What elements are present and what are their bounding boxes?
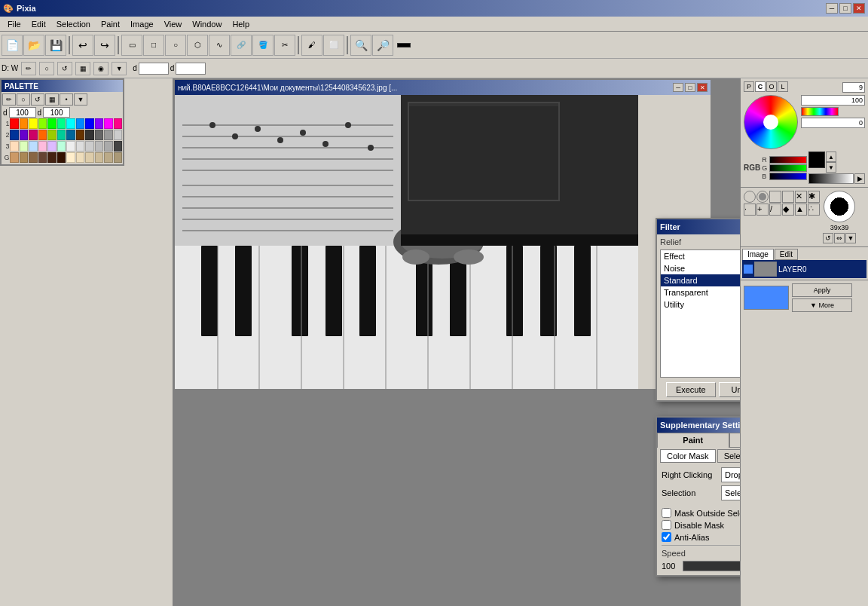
swatch-color-box[interactable] bbox=[744, 286, 789, 310]
pal-color[interactable] bbox=[47, 118, 56, 129]
green-bar[interactable] bbox=[769, 164, 807, 172]
pal-color[interactable] bbox=[38, 130, 47, 140]
toolbar2-brush3[interactable]: ↺ bbox=[57, 62, 72, 75]
image-minimize-button[interactable]: ─ bbox=[673, 83, 683, 92]
menu-window[interactable]: Window bbox=[188, 19, 226, 29]
pal-circle-btn[interactable]: ○ bbox=[17, 93, 30, 106]
pal-color[interactable] bbox=[114, 152, 122, 163]
pal-color[interactable] bbox=[57, 141, 66, 152]
color-down-arrow[interactable]: ▼ bbox=[826, 162, 836, 173]
blue-bar[interactable] bbox=[769, 173, 807, 180]
color-value-1[interactable] bbox=[842, 82, 865, 93]
pal-color[interactable] bbox=[20, 130, 28, 140]
color-value-3[interactable] bbox=[801, 118, 865, 128]
menu-edit[interactable]: Edit bbox=[27, 19, 50, 29]
close-button[interactable]: ✕ bbox=[853, 3, 865, 14]
filter-item-transparent[interactable]: Transparent bbox=[661, 286, 740, 298]
swatch-apply-btn[interactable]: Apply bbox=[792, 283, 852, 297]
filter-item-noise[interactable]: Noise bbox=[661, 262, 740, 274]
hue-slider[interactable] bbox=[801, 107, 839, 116]
pal-color[interactable] bbox=[29, 152, 37, 163]
brush-scatter[interactable]: ∴ bbox=[808, 204, 820, 216]
brush-more-btn[interactable]: ▼ bbox=[845, 233, 856, 243]
pal-color[interactable] bbox=[104, 118, 112, 129]
redo-button[interactable]: ↪ bbox=[94, 35, 115, 56]
color-tab-o[interactable]: O bbox=[766, 81, 777, 92]
swatch-more-btn[interactable]: ▼ More bbox=[792, 298, 852, 312]
pal-color[interactable] bbox=[47, 130, 56, 140]
pal-color[interactable] bbox=[57, 118, 66, 129]
image-maximize-button[interactable]: □ bbox=[685, 83, 695, 92]
color-wheel[interactable] bbox=[744, 95, 798, 149]
pal-color[interactable] bbox=[57, 152, 66, 163]
pal-color[interactable] bbox=[76, 118, 84, 129]
pal-pencil-btn[interactable]: ✏ bbox=[2, 93, 16, 106]
image-close-button[interactable]: ✕ bbox=[697, 83, 708, 92]
pal-color[interactable] bbox=[38, 141, 47, 152]
pal-arrow-btn[interactable]: ▼ bbox=[74, 93, 87, 106]
menu-selection[interactable]: Selection bbox=[52, 19, 95, 29]
minimize-button[interactable]: ─ bbox=[826, 3, 838, 14]
pal-color[interactable] bbox=[76, 141, 84, 152]
maximize-button[interactable]: □ bbox=[839, 3, 851, 14]
brush-line[interactable]: / bbox=[769, 204, 781, 216]
selection-select[interactable]: Selection Lasso Rectangle bbox=[721, 485, 740, 500]
toolbar2-brush5[interactable]: ◉ bbox=[93, 62, 108, 75]
filter-item-standard[interactable]: Standard bbox=[661, 274, 740, 286]
brush-rotate-btn[interactable]: ↺ bbox=[823, 233, 833, 243]
pal-color[interactable] bbox=[66, 130, 75, 140]
menu-paint[interactable]: Paint bbox=[96, 19, 124, 29]
fill-button[interactable]: 🪣 bbox=[252, 35, 274, 56]
brush-flip-btn[interactable]: ⇔ bbox=[834, 233, 845, 243]
pal-dot-btn[interactable]: • bbox=[60, 93, 73, 106]
paint-bucket-button[interactable]: 🖌 bbox=[301, 35, 322, 56]
polygon-select-button[interactable]: ⬡ bbox=[187, 35, 208, 56]
supp-sub-tab-selection-history[interactable]: Selection History bbox=[717, 449, 740, 463]
pal-color[interactable] bbox=[10, 130, 18, 140]
color-tab-p[interactable]: P bbox=[744, 81, 754, 92]
brush-star[interactable]: ✱ bbox=[808, 191, 820, 203]
brush-square[interactable] bbox=[769, 191, 781, 203]
pal-color[interactable] bbox=[10, 118, 18, 129]
pal-color[interactable] bbox=[85, 118, 93, 129]
pal-color[interactable] bbox=[10, 152, 18, 163]
pal-color[interactable] bbox=[66, 141, 75, 152]
menu-help[interactable]: Help bbox=[228, 19, 254, 29]
red-bar[interactable] bbox=[769, 156, 807, 164]
menu-image[interactable]: Image bbox=[126, 19, 158, 29]
layer-item-0[interactable]: LAYER0 bbox=[742, 260, 866, 278]
pal-color[interactable] bbox=[29, 130, 37, 140]
color-tab-l[interactable]: L bbox=[778, 81, 788, 92]
zoom-out-button[interactable]: 🔎 bbox=[372, 35, 393, 56]
layer-tab-image[interactable]: Image bbox=[742, 249, 774, 260]
pal-color[interactable] bbox=[38, 118, 47, 129]
pal-color[interactable] bbox=[95, 152, 103, 163]
zoom-input-2[interactable]: 100 bbox=[176, 63, 206, 75]
brush-diamond[interactable]: ◆ bbox=[782, 204, 794, 216]
filter-left-list[interactable]: Effect Noise Standard Transparent Utilit… bbox=[660, 249, 740, 378]
disable-mask-checkbox[interactable] bbox=[662, 520, 671, 530]
eraser-button[interactable]: ⬜ bbox=[323, 35, 344, 56]
anti-alias-checkbox[interactable] bbox=[662, 532, 671, 542]
supp-sub-tab-color-mask[interactable]: Color Mask bbox=[660, 449, 716, 463]
filter-item-utility[interactable]: Utility bbox=[661, 298, 740, 311]
pal-color[interactable] bbox=[47, 152, 56, 163]
arrow-right-btn[interactable]: ▶ bbox=[854, 173, 865, 184]
undo-button[interactable]: ↩ bbox=[72, 35, 93, 56]
pal-color[interactable] bbox=[85, 141, 93, 152]
pal-color[interactable] bbox=[114, 118, 122, 129]
toolbar2-brush1[interactable]: ✏ bbox=[21, 62, 36, 75]
pal-color[interactable] bbox=[95, 130, 103, 140]
pal-color[interactable] bbox=[66, 152, 75, 163]
save-file-button[interactable]: 💾 bbox=[45, 35, 66, 56]
ellipse-select-button[interactable]: ○ bbox=[165, 35, 186, 56]
pal-color[interactable] bbox=[20, 141, 28, 152]
pal-grid-btn[interactable]: ▦ bbox=[45, 93, 59, 106]
pal-color[interactable] bbox=[114, 141, 122, 152]
lasso-button[interactable]: 🔗 bbox=[231, 35, 252, 56]
brush-circle[interactable] bbox=[744, 191, 756, 203]
zoom-input-1[interactable]: 100 bbox=[139, 63, 169, 75]
foreground-color[interactable] bbox=[397, 43, 411, 47]
mask-outside-checkbox[interactable] bbox=[662, 508, 671, 518]
pal-color[interactable] bbox=[10, 141, 18, 152]
